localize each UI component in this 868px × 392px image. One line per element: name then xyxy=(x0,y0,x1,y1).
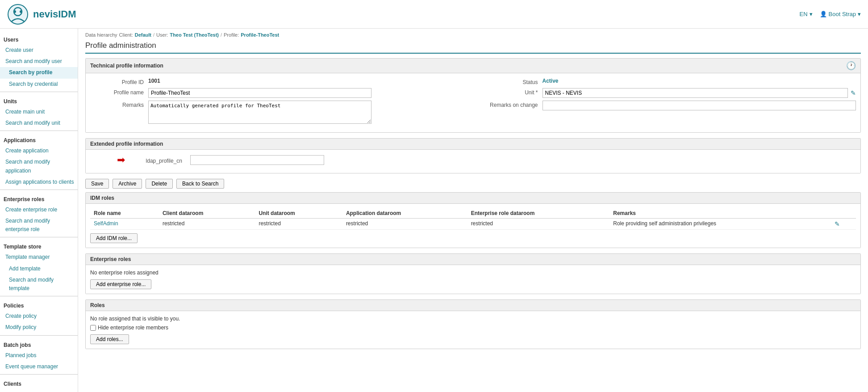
client-dataroom-cell: restricted xyxy=(159,219,255,230)
sidebar-item-create-client[interactable]: Create client xyxy=(0,389,78,392)
roles-empty: No role assigned that is visible to you. xyxy=(90,316,856,322)
sidebar-item-search-and-modify-unit[interactable]: Search and modify unit xyxy=(0,118,78,129)
sidebar-section-template-store: Template store xyxy=(0,239,78,252)
add-roles-button[interactable]: Add roles... xyxy=(90,334,129,344)
breadcrumb-client-value[interactable]: Default xyxy=(135,32,151,38)
roles-section: Roles No role assigned that is visible t… xyxy=(85,299,861,349)
sidebar-item-assign-applications-to-clients[interactable]: Assign applications to clients xyxy=(0,177,78,188)
idm-roles-section: IDM roles Role name Client dataroom Unit… xyxy=(85,192,861,248)
sidebar-item-search-and-modify-enterprise-role[interactable]: Search and modify enterprise role xyxy=(0,215,78,235)
hide-enterprise-role-checkbox[interactable] xyxy=(90,325,96,331)
ldap-label: ldap_profile_cn xyxy=(129,156,187,164)
unit-input[interactable] xyxy=(542,88,848,98)
sidebar-item-create-policy[interactable]: Create policy xyxy=(0,311,78,322)
col-client-dataroom: Client dataroom xyxy=(159,208,255,219)
breadcrumb-user-value[interactable]: Theo Test (TheoTest) xyxy=(170,32,219,38)
sidebar-item-search-and-modify-application[interactable]: Search and modify application xyxy=(0,156,78,176)
add-enterprise-role-button[interactable]: Add enterprise role... xyxy=(90,279,151,289)
roles-header: Roles xyxy=(86,300,860,311)
sidebar: UsersCreate userSearch and modify userSe… xyxy=(0,29,78,392)
extended-profile-section: Extended profile information ➡ ldap_prof… xyxy=(85,138,861,173)
logo-area: nevisIDM xyxy=(7,4,76,25)
sidebar-section-enterprise-roles: Enterprise roles xyxy=(0,192,78,204)
extended-profile-body: ➡ ldap_profile_cn xyxy=(86,150,860,173)
save-button[interactable]: Save xyxy=(85,179,109,189)
sidebar-section-units: Units xyxy=(0,94,78,106)
breadcrumb-user-label: User: xyxy=(156,32,168,38)
profile-name-label: Profile name xyxy=(90,88,148,96)
archive-button[interactable]: Archive xyxy=(113,179,142,189)
remarks-on-change-label: Remarks on change xyxy=(480,101,542,108)
sidebar-item-planned-jobs[interactable]: Planned jobs xyxy=(0,350,78,361)
idm-roles-body: Role name Client dataroom Unit dataroom … xyxy=(86,204,860,248)
role-name-link[interactable]: SelfAdmin xyxy=(94,220,118,227)
enterprise-roles-section: Enterprise roles No enterprise roles ass… xyxy=(85,253,861,294)
unit-row: Unit * ✎ xyxy=(480,88,856,98)
ldap-row: ➡ ldap_profile_cn xyxy=(90,154,856,166)
sidebar-section-applications: Applications xyxy=(0,133,78,145)
remarks-textarea[interactable]: Automatically generated profile for Theo… xyxy=(148,101,371,124)
col-role-name: Role name xyxy=(90,208,159,219)
profile-id-label: Profile ID xyxy=(90,78,148,85)
idm-roles-header: IDM roles xyxy=(86,193,860,204)
enterprise-roles-body: No enterprise roles assigned Add enterpr… xyxy=(86,265,860,294)
breadcrumb: Data hierarchy Client: Default / User: T… xyxy=(85,29,861,39)
sidebar-section-users: Users xyxy=(0,32,78,45)
col-unit-dataroom: Unit dataroom xyxy=(255,208,342,219)
profile-id-value: 1001 xyxy=(148,76,160,84)
sidebar-item-search-by-credential[interactable]: Search by credential xyxy=(0,79,78,90)
extended-profile-header: Extended profile information xyxy=(86,139,860,150)
sidebar-item-search-by-profile[interactable]: Search by profile xyxy=(0,67,78,78)
breadcrumb-profile-label: Profile: xyxy=(224,32,239,38)
remarks-on-change-input[interactable] xyxy=(542,101,856,110)
sidebar-item-add-template[interactable]: Add template xyxy=(0,263,78,274)
sidebar-item-template-manager[interactable]: Template manager xyxy=(0,252,78,263)
language-selector[interactable]: EN ▾ xyxy=(800,11,813,17)
sidebar-item-create-enterprise-role[interactable]: Create enterprise role xyxy=(0,204,78,215)
breadcrumb-profile-value[interactable]: Profile-TheoTest xyxy=(241,32,279,38)
hide-enterprise-role-label: Hide enterprise role members xyxy=(98,325,168,331)
arrow-annotation: ➡ xyxy=(117,154,125,166)
unit-edit-icon[interactable]: ✎ xyxy=(851,89,856,97)
technical-profile-form: Profile ID 1001 Profile name xyxy=(90,78,856,128)
sidebar-item-event-queue-manager[interactable]: Event queue manager xyxy=(0,361,78,372)
app-body: UsersCreate userSearch and modify userSe… xyxy=(0,29,868,392)
delete-button[interactable]: Delete xyxy=(146,179,173,189)
user-icon: 👤 xyxy=(820,11,827,17)
sidebar-section-policies: Policies xyxy=(0,298,78,311)
logo-text: nevisIDM xyxy=(33,8,76,20)
enterprise-role-dataroom-cell: restricted xyxy=(467,219,610,230)
profile-id-row: Profile ID 1001 xyxy=(90,78,467,85)
row-edit-icon[interactable]: ✎ xyxy=(835,220,840,228)
sidebar-item-search-and-modify-template[interactable]: Search and modify template xyxy=(0,274,78,294)
sidebar-item-search-and-modify-user[interactable]: Search and modify user xyxy=(0,56,78,67)
roles-body: No role assigned that is visible to you.… xyxy=(86,311,860,349)
header-right: EN ▾ 👤 Boot Strap ▾ xyxy=(800,11,861,17)
header: nevisIDM EN ▾ 👤 Boot Strap ▾ xyxy=(0,0,868,29)
col-application-dataroom: Application dataroom xyxy=(342,208,467,219)
sidebar-item-modify-policy[interactable]: Modify policy xyxy=(0,322,78,333)
unit-label: Unit * xyxy=(480,88,542,96)
remarks-row: Remarks Automatically generated profile … xyxy=(90,101,467,125)
application-dataroom-cell: restricted xyxy=(342,219,467,230)
technical-profile-body: Profile ID 1001 Profile name xyxy=(86,73,860,132)
clock-icon[interactable]: 🕐 xyxy=(846,61,856,71)
sidebar-item-create-user[interactable]: Create user xyxy=(0,45,78,56)
back-to-search-button[interactable]: Back to Search xyxy=(176,179,224,189)
sidebar-item-create-application[interactable]: Create application xyxy=(0,145,78,156)
ldap-input[interactable] xyxy=(190,155,324,165)
svg-point-3 xyxy=(20,10,22,13)
sidebar-section-clients: Clients xyxy=(0,376,78,389)
col-remarks: Remarks xyxy=(609,208,830,219)
breadcrumb-prefix: Data hierarchy xyxy=(85,32,117,38)
status-row: Status Active xyxy=(480,78,856,85)
user-menu[interactable]: 👤 Boot Strap ▾ xyxy=(820,11,861,17)
status-value: Active xyxy=(542,76,559,84)
status-label: Status xyxy=(480,78,542,85)
sidebar-item-create-main-unit[interactable]: Create main unit xyxy=(0,106,78,118)
remarks-label: Remarks xyxy=(90,101,148,108)
logo-icon xyxy=(7,4,29,25)
svg-point-2 xyxy=(13,10,16,13)
profile-name-input[interactable] xyxy=(148,88,371,98)
add-idm-role-button[interactable]: Add IDM role... xyxy=(90,233,138,243)
